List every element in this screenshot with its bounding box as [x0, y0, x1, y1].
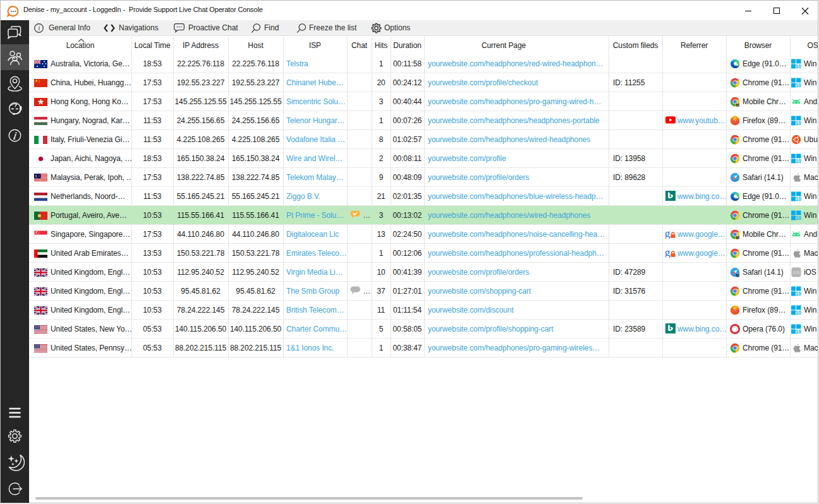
svg-text:i: i: [38, 25, 40, 32]
